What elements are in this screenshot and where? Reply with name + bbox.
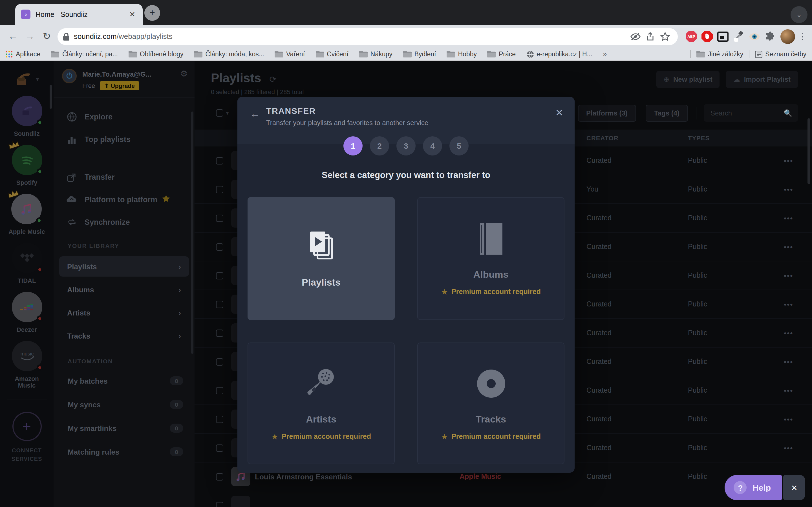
profile-avatar[interactable] bbox=[780, 29, 795, 44]
row-checkbox[interactable] bbox=[216, 272, 223, 279]
library-item[interactable]: Playlists › bbox=[59, 256, 189, 277]
new-playlist-button[interactable]: ⊕New playlist bbox=[656, 71, 720, 88]
nav-transfer[interactable]: Transfer bbox=[54, 166, 195, 188]
platforms-filter-button[interactable]: Platforms (3) bbox=[578, 105, 636, 121]
bookmarks-overflow-chevron[interactable]: » bbox=[603, 50, 607, 58]
window-chevron-icon[interactable]: ⌄ bbox=[791, 6, 808, 23]
color-picker-extension-icon[interactable] bbox=[731, 29, 747, 44]
category-card-tracks[interactable]: Tracks ★Premium account required bbox=[417, 342, 564, 464]
row-menu-icon[interactable]: ••• bbox=[784, 386, 793, 395]
row-menu-icon[interactable]: ••• bbox=[784, 329, 793, 337]
blocker-extension-icon[interactable] bbox=[699, 29, 715, 44]
nav-top-playlists[interactable]: Top playlists bbox=[54, 128, 195, 151]
row-menu-icon[interactable]: ••• bbox=[784, 214, 793, 222]
row-checkbox[interactable] bbox=[216, 186, 223, 193]
help-close-button[interactable]: ✕ bbox=[783, 475, 805, 500]
soundiiz-logo[interactable]: ▼ bbox=[13, 71, 40, 88]
category-card-artists[interactable]: Artists ★Premium account required bbox=[248, 342, 395, 464]
rail-scrollbar[interactable] bbox=[50, 85, 52, 109]
import-playlist-button[interactable]: ☁Import Playlist bbox=[726, 71, 798, 88]
table-scrollbar[interactable] bbox=[808, 118, 810, 184]
bookmark-item[interactable]: Články: učení, pa... bbox=[51, 51, 118, 57]
row-checkbox[interactable] bbox=[216, 387, 223, 394]
extensions-puzzle-icon[interactable] bbox=[762, 29, 778, 44]
automation-item[interactable]: My batches 0 bbox=[54, 369, 195, 393]
row-checkbox[interactable] bbox=[216, 415, 223, 423]
upgrade-button[interactable]: ⬆ Upgrade bbox=[100, 81, 139, 90]
category-card-playlists[interactable]: Playlists bbox=[248, 197, 395, 320]
row-checkbox[interactable] bbox=[216, 502, 223, 507]
settings-gear-icon[interactable]: ⚙ bbox=[180, 69, 188, 79]
automation-item[interactable]: My smartlinks 0 bbox=[54, 416, 195, 440]
row-checkbox[interactable] bbox=[216, 243, 223, 250]
nav-platform-to-platform[interactable]: Platform to platform bbox=[54, 188, 195, 211]
service-amazon-music[interactable]: music AmazonMusic bbox=[11, 341, 42, 389]
tab-close-icon[interactable]: ✕ bbox=[128, 10, 137, 18]
eye-extension-icon[interactable] bbox=[747, 29, 762, 44]
service-deezer[interactable]: Deezer bbox=[11, 292, 42, 333]
bookmark-item[interactable]: Bydlení bbox=[403, 51, 436, 57]
refresh-icon[interactable]: ⟳ bbox=[269, 74, 276, 84]
nav-explore[interactable]: Explore bbox=[54, 105, 195, 128]
automation-item[interactable]: My syncs 0 bbox=[54, 393, 195, 416]
bookmark-item[interactable]: Práce bbox=[488, 51, 516, 57]
row-checkbox[interactable] bbox=[216, 358, 223, 365]
table-row[interactable] bbox=[195, 491, 812, 507]
bookmark-item[interactable]: Aplikace bbox=[6, 51, 40, 57]
search-box[interactable]: 🔍 bbox=[704, 104, 798, 122]
abp-extension-icon[interactable]: ABP bbox=[683, 29, 699, 44]
bookmark-item[interactable]: Oblíbené blogy bbox=[129, 51, 184, 57]
row-menu-icon[interactable]: ••• bbox=[784, 185, 793, 193]
modal-close-icon[interactable]: ✕ bbox=[555, 107, 564, 119]
nav-synchronize[interactable]: Synchronize bbox=[54, 211, 195, 233]
bookmark-item[interactable]: Hobby bbox=[447, 51, 477, 57]
search-input[interactable] bbox=[709, 108, 784, 117]
tags-filter-button[interactable]: Tags (4) bbox=[646, 105, 688, 121]
back-arrow-icon[interactable]: ← bbox=[250, 108, 260, 120]
reading-list[interactable]: Seznam četby bbox=[755, 50, 806, 58]
row-menu-icon[interactable]: ••• bbox=[784, 271, 793, 280]
address-bar[interactable]: soundiiz.com/webapp/playlists bbox=[57, 28, 678, 45]
user-account[interactable]: ⏻ Marie.To.Amaya@G... Free ⬆ Upgrade ⚙ bbox=[54, 69, 195, 90]
other-bookmarks[interactable]: Jiné záložky bbox=[697, 51, 743, 57]
library-item[interactable]: Artists › bbox=[59, 302, 189, 323]
sidebar-scrollbar[interactable] bbox=[191, 112, 193, 354]
row-checkbox[interactable] bbox=[216, 214, 223, 222]
service-apple-music[interactable]: Apple Music bbox=[8, 194, 45, 235]
row-checkbox[interactable] bbox=[216, 329, 223, 337]
bookmark-item[interactable]: Nákupy bbox=[359, 51, 393, 57]
row-menu-icon[interactable]: ••• bbox=[784, 444, 793, 452]
row-menu-icon[interactable]: ••• bbox=[784, 156, 793, 165]
row-checkbox[interactable] bbox=[216, 473, 223, 480]
browser-tab[interactable]: ♪ Home - Soundiiz ✕ bbox=[15, 4, 143, 25]
eye-off-icon[interactable] bbox=[628, 30, 643, 43]
bookmark-item[interactable]: Vaření bbox=[275, 51, 305, 57]
reload-button[interactable]: ↻ bbox=[38, 31, 55, 42]
row-menu-icon[interactable]: ••• bbox=[784, 300, 793, 308]
new-tab-button[interactable]: + bbox=[144, 5, 160, 21]
browser-menu-icon[interactable]: ⋮ bbox=[797, 31, 808, 41]
library-item[interactable]: Albums › bbox=[59, 279, 189, 300]
row-menu-icon[interactable]: ••• bbox=[784, 357, 793, 366]
service-soundiiz[interactable]: Soundiiz bbox=[11, 96, 42, 137]
help-button[interactable]: ? Help bbox=[725, 475, 782, 500]
bookmark-item[interactable]: Cvičení bbox=[315, 51, 349, 57]
pip-extension-icon[interactable] bbox=[715, 29, 731, 44]
service-tidal[interactable]: TIDAL bbox=[11, 243, 42, 284]
row-menu-icon[interactable]: ••• bbox=[784, 415, 793, 424]
bookmark-item[interactable]: e-republika.cz | H... bbox=[526, 50, 592, 58]
category-card-albums[interactable]: Albums ★Premium account required bbox=[417, 197, 564, 320]
service-spotify[interactable]: Spotify bbox=[11, 145, 42, 186]
row-menu-icon[interactable]: ••• bbox=[784, 242, 793, 251]
library-item[interactable]: Tracks › bbox=[59, 326, 189, 346]
select-all-checkbox[interactable]: ▾ bbox=[216, 109, 229, 117]
automation-item[interactable]: Matching rules 0 bbox=[54, 440, 195, 464]
bookmark-item[interactable]: Články: móda, kos... bbox=[194, 51, 264, 57]
row-checkbox[interactable] bbox=[216, 157, 223, 164]
back-button[interactable]: ← bbox=[4, 31, 21, 42]
connect-services-button[interactable]: + bbox=[12, 412, 42, 441]
row-checkbox[interactable] bbox=[216, 444, 223, 452]
share-icon[interactable] bbox=[643, 30, 658, 43]
bookmark-star-icon[interactable] bbox=[658, 30, 672, 43]
row-checkbox[interactable] bbox=[216, 300, 223, 308]
